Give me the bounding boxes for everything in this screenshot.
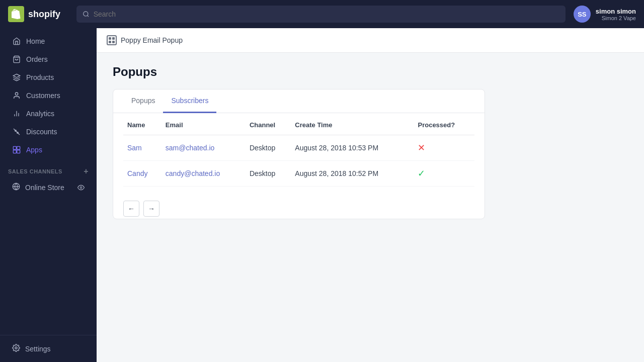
sidebar-item-home-label: Home	[26, 37, 45, 45]
sidebar-item-customers-label: Customers	[26, 92, 60, 100]
avatar: SS	[574, 6, 591, 23]
col-header-email: Email	[162, 115, 246, 135]
subscriber-channel: Desktop	[246, 161, 291, 187]
svg-point-3	[15, 93, 18, 95]
top-navigation: shopify SS simon simon Simon 2 Vape	[0, 0, 644, 28]
logo[interactable]: shopify	[8, 6, 68, 22]
svg-point-17	[15, 347, 17, 349]
col-header-channel: Channel	[246, 115, 291, 135]
shopify-logo-icon	[8, 6, 24, 22]
svg-rect-12	[13, 150, 16, 153]
products-icon	[12, 73, 21, 82]
table-row: Candy candy@chated.io Desktop August 28,…	[123, 161, 474, 187]
next-page-button[interactable]: →	[143, 201, 159, 217]
subscriber-email-link[interactable]: sam@chated.io	[166, 144, 214, 152]
orders-icon	[12, 55, 21, 64]
user-info: simon simon Simon 2 Vape	[596, 8, 636, 21]
breadcrumb-label: Poppy Email Popup	[121, 36, 183, 44]
search-icon	[83, 11, 90, 18]
sidebar-item-settings[interactable]: Settings	[4, 340, 93, 357]
sidebar-item-apps-label: Apps	[26, 146, 42, 154]
settings-icon	[12, 344, 20, 353]
svg-point-16	[80, 187, 82, 189]
popups-card: Popups Subscribers Name Email Channel Cr…	[113, 89, 485, 219]
sidebar-item-orders-label: Orders	[26, 55, 48, 63]
main-content: Poppy Email Popup Popups Popups Subscrib…	[97, 28, 644, 362]
sidebar-item-home[interactable]: Home	[4, 33, 93, 50]
add-sales-channel-button[interactable]: +	[84, 167, 89, 176]
subscriber-processed: ✕	[414, 135, 474, 161]
sidebar-item-products-label: Products	[26, 73, 54, 81]
search-input[interactable]	[94, 10, 559, 18]
app-body: Home Orders Products	[0, 28, 644, 362]
subscriber-email-link[interactable]: candy@chated.io	[166, 169, 220, 177]
sidebar-bottom: Settings	[0, 335, 97, 358]
online-store-icon	[12, 183, 20, 192]
svg-rect-13	[17, 150, 20, 153]
subscriber-channel: Desktop	[246, 135, 291, 161]
apps-icon	[12, 145, 21, 154]
subscribers-table: Name Email Channel Create Time Processed…	[123, 115, 474, 187]
pagination: ← →	[113, 197, 485, 219]
processed-x-icon: ✕	[418, 143, 425, 153]
col-header-name: Name	[123, 115, 162, 135]
subscriber-create-time: August 28, 2018 10:53 PM	[291, 135, 414, 161]
subscriber-name-link[interactable]: Sam	[127, 144, 142, 152]
sidebar-item-analytics[interactable]: Analytics	[4, 105, 93, 122]
col-header-processed: Processed?	[414, 115, 474, 135]
discounts-icon	[12, 127, 21, 136]
breadcrumb-icon	[107, 35, 117, 45]
eye-icon	[77, 184, 85, 191]
breadcrumb: Poppy Email Popup	[97, 28, 644, 53]
svg-rect-11	[17, 146, 20, 149]
online-store-label: Online Store	[25, 184, 64, 192]
page-area: Popups Popups Subscribers Name Email Ch	[97, 53, 644, 231]
svg-marker-2	[13, 74, 20, 77]
search-bar[interactable]	[76, 6, 566, 23]
svg-line-9	[14, 129, 20, 135]
sidebar-item-apps[interactable]: Apps	[4, 141, 93, 158]
customers-icon	[12, 91, 21, 100]
sidebar-item-discounts[interactable]: Discounts	[4, 123, 93, 140]
user-store: Simon 2 Vape	[596, 15, 636, 21]
svg-point-0	[84, 12, 88, 16]
sidebar-item-analytics-label: Analytics	[26, 110, 54, 118]
user-area: SS simon simon Simon 2 Vape	[574, 6, 636, 23]
online-store-left: Online Store	[12, 183, 64, 192]
tab-popups[interactable]: Popups	[123, 89, 163, 113]
logo-text: shopify	[28, 9, 60, 20]
settings-label: Settings	[25, 345, 51, 353]
svg-rect-10	[13, 146, 16, 149]
subscriber-processed: ✓	[414, 161, 474, 187]
analytics-icon	[12, 109, 21, 118]
table-row: Sam sam@chated.io Desktop August 28, 201…	[123, 135, 474, 161]
home-icon	[12, 37, 21, 46]
subscriber-name-link[interactable]: Candy	[127, 169, 147, 177]
sales-channels-header: SALES CHANNELS +	[0, 159, 97, 178]
tab-subscribers[interactable]: Subscribers	[163, 89, 216, 113]
sidebar-item-products[interactable]: Products	[4, 69, 93, 86]
sidebar-item-orders[interactable]: Orders	[4, 51, 93, 68]
sidebar-item-customers[interactable]: Customers	[4, 87, 93, 104]
subscriber-create-time: August 28, 2018 10:52 PM	[291, 161, 414, 187]
col-header-create-time: Create Time	[291, 115, 414, 135]
sidebar-item-online-store[interactable]: Online Store	[4, 178, 93, 196]
sidebar-item-discounts-label: Discounts	[26, 128, 57, 136]
prev-page-button[interactable]: ←	[123, 201, 139, 217]
user-name: simon simon	[596, 8, 636, 15]
sales-channels-label: SALES CHANNELS	[8, 168, 62, 174]
tab-bar: Popups Subscribers	[113, 89, 485, 113]
subscribers-table-container: Name Email Channel Create Time Processed…	[113, 115, 485, 197]
sidebar: Home Orders Products	[0, 28, 97, 362]
page-title: Popups	[113, 65, 628, 79]
processed-check-icon: ✓	[418, 168, 425, 178]
